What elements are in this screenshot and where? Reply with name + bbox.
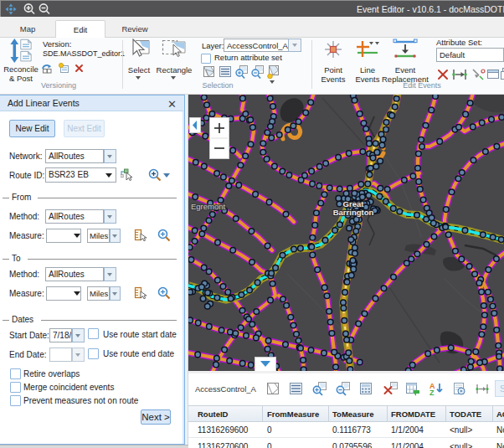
svg-text:Barrington: Barrington bbox=[333, 208, 374, 217]
svg-text:Z: Z bbox=[429, 389, 435, 396]
svg-text:Egremont: Egremont bbox=[191, 202, 226, 211]
